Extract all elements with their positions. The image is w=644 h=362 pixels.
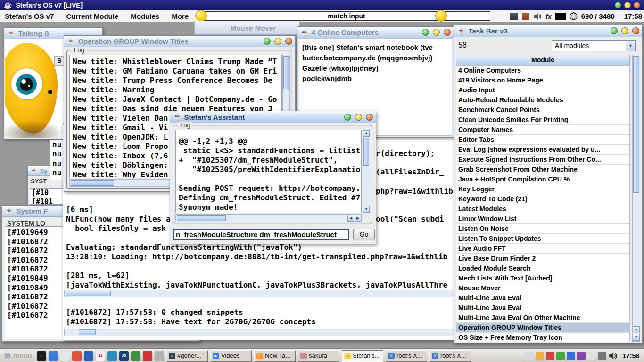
horizontal-scrollbar[interactable]: [64, 329, 454, 336]
module-row[interactable]: Multi-Line Java Eval On Other Machine: [456, 313, 629, 323]
module-row[interactable]: Mouse Mover: [456, 283, 629, 293]
module-row[interactable]: Latest Modules: [456, 204, 629, 214]
go-button[interactable]: Go: [353, 229, 375, 240]
module-row[interactable]: Multi-Line Java Eval: [456, 293, 629, 303]
minimize-button[interactable]: [615, 2, 621, 8]
tray-icon-orange[interactable]: [536, 352, 544, 360]
computer-item[interactable]: butter.botcompany.de (mqqgnosmbjvj): [302, 53, 449, 63]
taskbar-button-stefans-os[interactable]: ☺ Stefan's...: [342, 350, 383, 362]
taskbar-button-root-x1[interactable]: X root's X...: [386, 350, 427, 362]
volume-icon[interactable]: [608, 352, 618, 360]
vertical-scrollbar[interactable]: ▲ ▼: [363, 130, 370, 213]
module-row[interactable]: Benchmark Cancel Points: [456, 105, 629, 115]
minimize-button[interactable]: [422, 29, 429, 36]
module-row[interactable]: Live Audio FFT: [456, 244, 629, 254]
module-row[interactable]: Java + HotSpot Compilation CPU %: [456, 174, 629, 184]
module-row[interactable]: Linux Window List: [456, 214, 629, 224]
module-row[interactable]: Mech Lists With Text [Authed]: [456, 273, 629, 283]
app-icon-navy[interactable]: [84, 351, 93, 361]
maximize-button[interactable]: [355, 114, 362, 121]
scrollbar-thumb[interactable]: [79, 329, 96, 335]
menu-item-more[interactable]: More: [172, 12, 189, 20]
module-row[interactable]: Multi-Line Java Eval: [456, 303, 629, 313]
tray-icon-red[interactable]: [546, 352, 554, 360]
module-filter-combo[interactable]: All modules ▼: [552, 40, 636, 51]
close-button[interactable]: [634, 2, 640, 8]
module-row[interactable]: Clean Unicode Smilies For Printing: [456, 115, 629, 125]
tray-icon-blue[interactable]: [567, 352, 575, 360]
taskbar-button-sakura[interactable]: sakura: [298, 350, 339, 362]
scroll-down-button[interactable]: ▼: [633, 334, 640, 341]
tray-icon-light[interactable]: [587, 352, 596, 360]
vertical-scrollbar[interactable]: ▲ ▼: [632, 55, 640, 342]
tray-icon-dark[interactable]: [598, 352, 606, 360]
module-row[interactable]: Keyword To Code (21): [456, 194, 629, 204]
close-button[interactable]: [285, 38, 292, 45]
scrollbar-thumb[interactable]: [66, 291, 111, 296]
app-icon-blue[interactable]: [49, 351, 58, 361]
app-icon-green[interactable]: [131, 351, 140, 361]
menu-item-current-module[interactable]: Current Module: [66, 12, 118, 20]
scrollbar-thumb[interactable]: [177, 215, 226, 221]
maximize-button[interactable]: [621, 27, 628, 34]
module-row[interactable]: 4 Online Computers: [456, 66, 629, 75]
module-row[interactable]: Eval Log (show expressions evaluated by …: [456, 145, 629, 155]
module-row[interactable]: Audio Input: [456, 85, 629, 95]
module-row[interactable]: Listen On Noise: [456, 224, 629, 234]
app-icon-gray[interactable]: [155, 351, 164, 361]
module-row[interactable]: Live Base Drum Finder 2: [456, 254, 629, 263]
maximize-button[interactable]: [624, 2, 631, 8]
match-input[interactable]: [203, 11, 490, 21]
assistant-command-input[interactable]: [173, 229, 349, 240]
computer-item[interactable]: [this one] Stefan's smart notebook (tve: [302, 42, 449, 53]
tray-icon-clipboard[interactable]: [525, 352, 534, 360]
calendar-icon[interactable]: 31: [96, 351, 105, 361]
maximize-button[interactable]: [433, 29, 440, 36]
module-row[interactable]: Listen To Snippet Updates: [456, 234, 629, 244]
close-button[interactable]: [366, 114, 373, 121]
titlebar[interactable]: ☕ Operation GROUP Window Titles: [64, 36, 295, 47]
keyboard-icon[interactable]: [510, 13, 518, 20]
app-icon-jd[interactable]: JD: [119, 351, 129, 361]
module-row[interactable]: 419 Visitors on Home Page: [456, 75, 629, 85]
taskbar-button-irc[interactable]: # #gener...: [166, 350, 208, 362]
menu-item-os[interactable]: Stefan's OS v7: [5, 12, 54, 20]
menu-item-modules[interactable]: Modules: [131, 12, 159, 20]
minimize-button[interactable]: [264, 38, 271, 45]
tray-icon-green[interactable]: [556, 352, 565, 360]
minimize-button[interactable]: [611, 27, 618, 34]
module-row[interactable]: Key Logger: [456, 184, 629, 194]
scroll-left-button[interactable]: ◀: [347, 215, 354, 222]
module-row-selected[interactable]: Operation GROUP Window Titles: [456, 323, 629, 333]
scrollbar-thumb[interactable]: [363, 138, 369, 166]
pen-icon[interactable]: [143, 351, 152, 361]
mouse-mover-titlebar[interactable]: Mouse Mover: [194, 21, 300, 35]
taskbar-button-root-x2[interactable]: X root's X...: [429, 350, 471, 362]
titlebar[interactable]: ☕ Task Bar v3: [454, 25, 642, 37]
menu-button[interactable]: menu: [2, 352, 34, 360]
computer-item[interactable]: Gazelle (whxojlpjdney): [302, 63, 449, 74]
module-row[interactable]: Grab Screenshot From Other Machine: [456, 165, 629, 174]
app-icon-light[interactable]: [60, 351, 70, 361]
computer-item[interactable]: podlckwnjdmb: [302, 74, 449, 84]
module-row[interactable]: Execute Signed Instructions From Other C…: [456, 155, 629, 165]
taskbar-button-newtab[interactable]: New Ta...: [254, 350, 296, 362]
module-row[interactable]: Auto-Reload Reloadable Modules: [456, 95, 629, 105]
module-row[interactable]: Loaded Module Search: [456, 263, 629, 273]
module-column-header[interactable]: Module: [456, 55, 630, 65]
tray-icon-purple[interactable]: [577, 352, 586, 360]
terminal-icon[interactable]: >_: [37, 351, 46, 361]
horizontal-scrollbar[interactable]: [64, 290, 454, 297]
scroll-up-button[interactable]: ▲: [363, 130, 370, 137]
chevron-down-icon[interactable]: ▼: [626, 41, 635, 51]
app-icon-red[interactable]: [72, 351, 82, 361]
scrollbar-thumb[interactable]: [71, 180, 114, 186]
minimize-button[interactable]: [344, 114, 351, 121]
scrollbar-thumb[interactable]: [633, 56, 639, 193]
scroll-up-button[interactable]: ▲: [633, 326, 640, 333]
titlebar[interactable]: ☕ 4 Online Computers: [297, 27, 454, 38]
close-button[interactable]: [444, 29, 451, 36]
module-row[interactable]: OS Size + Free Memory Tray Icon: [456, 333, 629, 342]
titlebar[interactable]: ☕ Stefan's Assistant: [170, 111, 376, 123]
brick-icon[interactable]: [522, 13, 529, 20]
